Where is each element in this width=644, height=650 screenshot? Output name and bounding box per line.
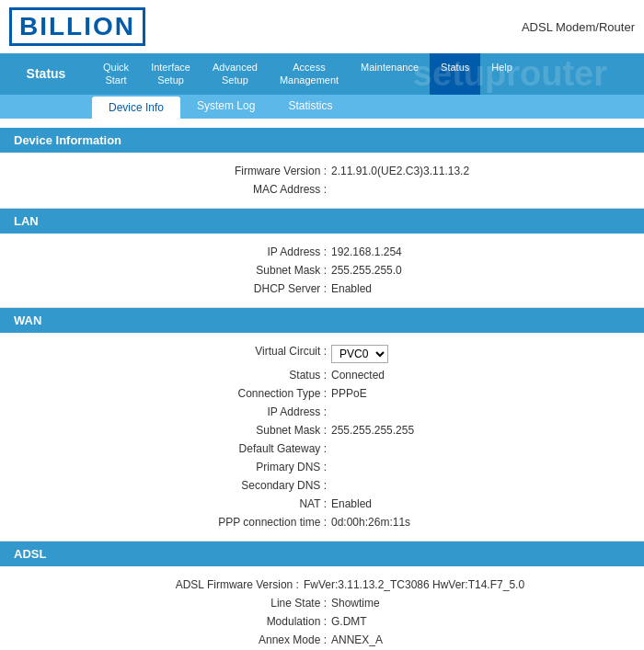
nav-item-interface-setup[interactable]: InterfaceSetup — [140, 53, 201, 95]
lan-header: LAN — [0, 209, 644, 234]
wan-conn-type-row: Connection Type : PPPoE — [18, 384, 626, 403]
lan-subnet-value: 255.255.255.0 — [331, 264, 497, 277]
adsl-header: ADSL — [0, 542, 644, 566]
adsl-modulation-label: Modulation : — [147, 615, 331, 628]
wan-conn-type-label: Connection Type : — [147, 387, 331, 400]
nav-item-help[interactable]: Help — [480, 53, 523, 95]
firmware-label: Firmware Version : — [147, 165, 331, 177]
wan-gateway-label: Default Gateway : — [147, 442, 331, 455]
wan-nat-label: NAT : — [147, 497, 331, 510]
wan-ip-row: IP Address : — [18, 403, 626, 421]
wan-gateway-row: Default Gateway : — [18, 439, 626, 458]
lan-dhcp-value: Enabled — [331, 282, 497, 295]
wan-nat-value: Enabled — [331, 497, 497, 510]
wan-ppp-label: PPP connection time : — [147, 516, 331, 529]
nav-item-maintenance[interactable]: Maintenance — [350, 53, 430, 95]
nav-items-container: QuickStart InterfaceSetup AdvancedSetup … — [92, 53, 644, 95]
lan-subnet-label: Subnet Mask : — [147, 264, 331, 277]
status-tab-label[interactable]: Status — [0, 53, 92, 95]
wan-status-label: Status : — [147, 369, 331, 382]
nav-item-advanced-setup[interactable]: AdvancedSetup — [201, 53, 269, 95]
wan-subnet-row: Subnet Mask : 255.255.255.255 — [18, 421, 626, 439]
adsl-line-state-value: Showtime — [331, 597, 497, 610]
mac-label: MAC Address : — [147, 183, 331, 196]
adsl-annex-label: Annex Mode : — [147, 633, 331, 646]
adsl-section: ADSL Firmware Version : FwVer:3.11.13.2_… — [0, 566, 644, 650]
device-type: ADSL Modem/Router — [522, 20, 635, 34]
lan-section: IP Address : 192.168.1.254 Subnet Mask :… — [0, 234, 644, 308]
sub-nav-statistics[interactable]: Statistics — [271, 95, 349, 119]
wan-vc-label: Virtual Circuit : — [147, 345, 331, 363]
adsl-firmware-label: ADSL Firmware Version : — [120, 578, 304, 591]
wan-ip-value — [331, 405, 497, 418]
main-navigation: Status QuickStart InterfaceSetup Advance… — [0, 53, 644, 95]
adsl-firmware-value: FwVer:3.11.13.2_TC3086 HwVer:T14.F7_5.0 — [304, 578, 524, 591]
nav-item-access-management[interactable]: AccessManagement — [269, 53, 350, 95]
firmware-row: Firmware Version : 2.11.91.0(UE2.C3)3.11… — [18, 162, 626, 180]
device-information-header: Device Information — [0, 128, 644, 153]
adsl-firmware-row: ADSL Firmware Version : FwVer:3.11.13.2_… — [18, 576, 626, 594]
wan-nat-row: NAT : Enabled — [18, 495, 626, 513]
nav-item-quick-start[interactable]: QuickStart — [92, 53, 140, 95]
sub-nav-device-info[interactable]: Device Info — [92, 97, 180, 119]
adsl-modulation-row: Modulation : G.DMT — [18, 612, 626, 631]
lan-subnet-row: Subnet Mask : 255.255.255.0 — [18, 261, 626, 279]
brand-logo: BILLION — [9, 7, 145, 46]
wan-gateway-value — [331, 442, 497, 455]
firmware-value: 2.11.91.0(UE2.C3)3.11.13.2 — [331, 165, 497, 177]
virtual-circuit-select[interactable]: PVC0 PVC1 PVC2 PVC3 PVC4 PVC5 PVC6 PVC7 — [331, 345, 388, 363]
wan-primary-dns-row: Primary DNS : — [18, 458, 626, 476]
mac-value — [331, 183, 497, 196]
lan-dhcp-row: DHCP Server : Enabled — [18, 279, 626, 298]
wan-subnet-value: 255.255.255.255 — [331, 424, 497, 437]
adsl-line-state-label: Line State : — [147, 597, 331, 610]
wan-subnet-label: Subnet Mask : — [147, 424, 331, 437]
wan-ip-label: IP Address : — [147, 405, 331, 418]
lan-dhcp-label: DHCP Server : — [147, 282, 331, 295]
lan-ip-value: 192.168.1.254 — [331, 245, 497, 258]
wan-status-row: Status : Connected — [18, 366, 626, 384]
wan-secondary-dns-row: Secondary DNS : — [18, 476, 626, 495]
main-content: Device Information Firmware Version : 2.… — [0, 119, 644, 650]
wan-ppp-row: PPP connection time : 0d:00h:26m:11s — [18, 513, 626, 531]
adsl-annex-row: Annex Mode : ANNEX_A — [18, 631, 626, 649]
wan-section: Virtual Circuit : PVC0 PVC1 PVC2 PVC3 PV… — [0, 333, 644, 542]
page-header: BILLION ADSL Modem/Router — [0, 0, 644, 53]
adsl-annex-value: ANNEX_A — [331, 633, 497, 646]
wan-ppp-value: 0d:00h:26m:11s — [331, 516, 497, 529]
sub-navigation: Device Info System Log Statistics — [0, 95, 644, 119]
wan-header: WAN — [0, 308, 644, 333]
wan-conn-type-value: PPPoE — [331, 387, 497, 400]
lan-ip-label: IP Address : — [147, 245, 331, 258]
wan-vc-row: Virtual Circuit : PVC0 PVC1 PVC2 PVC3 PV… — [18, 342, 626, 366]
wan-secondary-dns-value — [331, 479, 497, 492]
mac-row: MAC Address : — [18, 180, 626, 199]
device-information-section: Firmware Version : 2.11.91.0(UE2.C3)3.11… — [0, 153, 644, 209]
sub-nav-system-log[interactable]: System Log — [180, 95, 271, 119]
wan-secondary-dns-label: Secondary DNS : — [147, 479, 331, 492]
wan-vc-value[interactable]: PVC0 PVC1 PVC2 PVC3 PVC4 PVC5 PVC6 PVC7 — [331, 345, 497, 363]
wan-status-value: Connected — [331, 369, 497, 382]
nav-item-status[interactable]: Status — [430, 53, 480, 95]
lan-ip-row: IP Address : 192.168.1.254 — [18, 243, 626, 261]
adsl-modulation-value: G.DMT — [331, 615, 497, 628]
wan-primary-dns-label: Primary DNS : — [147, 461, 331, 473]
adsl-line-state-row: Line State : Showtime — [18, 594, 626, 612]
wan-primary-dns-value — [331, 461, 497, 473]
